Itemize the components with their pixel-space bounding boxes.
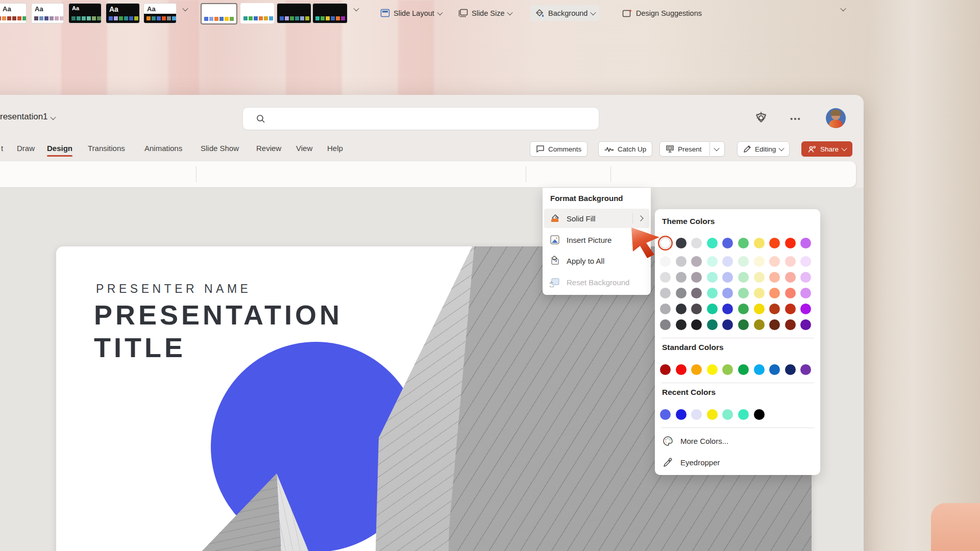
theme-color-swatch[interactable] [660, 288, 671, 298]
variant-chip[interactable] [243, 16, 248, 20]
standard-color-swatch[interactable] [738, 364, 749, 375]
theme-thumbnail-3[interactable]: Aa [68, 3, 102, 23]
variant-chip[interactable] [249, 16, 253, 20]
theme-chip[interactable] [0, 16, 1, 20]
theme-thumbnail-5[interactable]: Aa [143, 3, 177, 23]
variant-chip[interactable] [336, 16, 340, 20]
variant-chip[interactable] [305, 16, 309, 20]
tab-slide-show[interactable]: Slide Show [201, 141, 239, 156]
theme-chip[interactable] [71, 16, 76, 20]
theme-chip[interactable] [134, 16, 138, 20]
theme-chip[interactable] [7, 16, 11, 20]
theme-color-swatch[interactable] [738, 272, 749, 283]
tab-view[interactable]: View [296, 141, 312, 156]
more-colors-button[interactable]: More Colors... [656, 432, 819, 450]
theme-color-swatch[interactable] [722, 319, 733, 330]
theme-color-swatch[interactable] [800, 272, 811, 283]
standard-color-swatch[interactable] [769, 364, 780, 375]
theme-color-swatch[interactable] [691, 238, 702, 248]
share-button[interactable]: Share [801, 141, 852, 157]
theme-color-swatch[interactable] [785, 319, 796, 330]
variant-chip[interactable] [290, 16, 294, 20]
slide-size-button[interactable]: Slide Size [454, 5, 516, 21]
theme-color-swatch[interactable] [676, 272, 687, 283]
slide-layout-button[interactable]: Slide Layout [376, 5, 446, 21]
theme-color-swatch[interactable] [722, 238, 733, 248]
variant-thumbnail-4[interactable] [312, 3, 348, 23]
variant-chip[interactable] [280, 16, 284, 20]
theme-color-swatch[interactable] [707, 256, 718, 267]
standard-color-swatch[interactable] [660, 364, 671, 375]
variant-thumbnail-3[interactable] [277, 3, 311, 23]
theme-color-swatch[interactable] [800, 304, 811, 314]
theme-color-swatch[interactable] [722, 272, 733, 283]
tab-animations[interactable]: Animations [144, 141, 182, 156]
theme-color-swatch[interactable] [785, 304, 796, 314]
theme-color-swatch[interactable] [785, 288, 796, 298]
theme-color-swatch[interactable] [722, 304, 733, 314]
theme-color-swatch[interactable] [722, 256, 733, 267]
theme-color-swatch[interactable] [691, 272, 702, 283]
tab-draw[interactable]: Draw [17, 141, 35, 156]
theme-thumbnail-2[interactable]: Aa [31, 3, 64, 23]
theme-color-swatch[interactable] [785, 256, 796, 267]
variant-thumbnail-2[interactable] [240, 3, 274, 23]
variant-chip[interactable] [204, 17, 208, 21]
standard-color-swatch[interactable] [691, 364, 702, 375]
theme-thumbnail-4[interactable]: Aa [106, 3, 140, 23]
theme-color-swatch[interactable] [754, 319, 765, 330]
theme-color-swatch[interactable] [754, 304, 765, 314]
theme-thumbnail-1[interactable]: Aa [0, 3, 27, 23]
standard-color-swatch[interactable] [707, 364, 718, 375]
theme-color-swatch[interactable] [769, 256, 780, 267]
theme-color-swatch[interactable] [769, 288, 780, 298]
tab-review[interactable]: Review [256, 141, 281, 156]
eyedropper-button[interactable]: Eyedropper [656, 453, 819, 471]
theme-color-swatch[interactable] [754, 272, 765, 283]
variant-chip[interactable] [326, 16, 330, 20]
theme-color-swatch[interactable] [754, 256, 765, 267]
theme-chip[interactable] [124, 16, 128, 20]
theme-chip[interactable] [172, 16, 176, 20]
theme-color-swatch[interactable] [676, 319, 687, 330]
theme-chip[interactable] [114, 16, 118, 20]
recent-color-swatch[interactable] [691, 409, 702, 420]
comments-button[interactable]: Comments [530, 141, 587, 157]
theme-chip[interactable] [60, 16, 64, 20]
theme-color-swatch[interactable] [769, 272, 780, 283]
theme-chip[interactable] [119, 16, 123, 20]
theme-chip[interactable] [146, 16, 151, 20]
variant-thumbnail-1[interactable] [201, 3, 237, 24]
theme-color-swatch[interactable] [754, 288, 765, 298]
editing-mode-button[interactable]: Editing [737, 141, 790, 157]
variant-chip[interactable] [264, 16, 268, 20]
theme-color-swatch[interactable] [660, 319, 671, 330]
theme-chip[interactable] [97, 16, 101, 20]
theme-color-swatch[interactable] [707, 272, 718, 283]
theme-color-swatch[interactable] [660, 272, 671, 283]
search-input[interactable] [265, 114, 599, 123]
theme-chip[interactable] [109, 16, 113, 20]
tab-design[interactable]: Design [47, 141, 72, 156]
theme-color-swatch[interactable] [676, 256, 687, 267]
variant-chip[interactable] [341, 16, 345, 20]
theme-color-swatch[interactable] [769, 304, 780, 314]
variant-chip[interactable] [331, 16, 335, 20]
recent-color-swatch[interactable] [722, 409, 733, 420]
variant-chip[interactable] [315, 16, 320, 20]
variant-chip[interactable] [209, 17, 213, 21]
recent-color-swatch[interactable] [707, 409, 718, 420]
theme-chip[interactable] [12, 16, 16, 20]
present-chevron-icon[interactable] [714, 145, 719, 151]
theme-chip[interactable] [157, 16, 161, 20]
theme-color-swatch[interactable] [707, 238, 718, 248]
theme-chip[interactable] [162, 16, 166, 20]
variant-chip[interactable] [295, 16, 299, 20]
theme-color-swatch[interactable] [738, 256, 749, 267]
theme-color-swatch[interactable] [800, 238, 811, 248]
menu-item-reset-background[interactable]: Reset Background [544, 272, 649, 292]
theme-chip[interactable] [17, 16, 21, 20]
theme-chip[interactable] [34, 16, 38, 20]
theme-color-swatch[interactable] [800, 288, 811, 298]
theme-color-swatch[interactable] [707, 288, 718, 298]
